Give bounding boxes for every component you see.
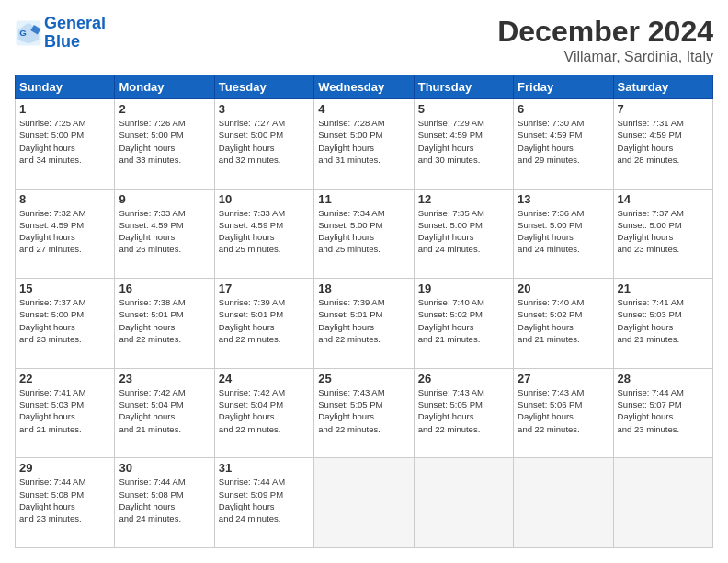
calendar-week-row: 8 Sunrise: 7:32 AM Sunset: 4:59 PM Dayli…	[16, 189, 713, 279]
day-number: 19	[418, 282, 509, 295]
day-number: 22	[19, 372, 110, 385]
table-row: 3 Sunrise: 7:27 AM Sunset: 5:00 PM Dayli…	[214, 99, 313, 190]
table-row: 31 Sunrise: 7:44 AM Sunset: 5:09 PM Dayl…	[214, 458, 313, 548]
day-number: 16	[119, 282, 210, 295]
location-title: Villamar, Sardinia, Italy	[497, 49, 713, 65]
col-thursday: Thursday	[414, 75, 513, 99]
day-info: Sunrise: 7:44 AM Sunset: 5:08 PM Dayligh…	[119, 476, 210, 524]
day-number: 4	[318, 102, 409, 116]
table-row: 4 Sunrise: 7:28 AM Sunset: 5:00 PM Dayli…	[314, 99, 414, 190]
page: G General Blue December 2024 Villamar, S…	[0, 0, 728, 563]
table-row: 6 Sunrise: 7:30 AM Sunset: 4:59 PM Dayli…	[514, 99, 613, 190]
day-number: 24	[219, 372, 310, 385]
day-number: 10	[219, 192, 310, 206]
day-number: 13	[518, 192, 609, 206]
day-number: 20	[518, 282, 609, 295]
day-number: 12	[418, 192, 509, 206]
day-number: 6	[518, 102, 609, 116]
day-info: Sunrise: 7:30 AM Sunset: 4:59 PM Dayligh…	[518, 117, 609, 166]
table-row: 27 Sunrise: 7:43 AM Sunset: 5:06 PM Dayl…	[514, 368, 613, 458]
day-info: Sunrise: 7:33 AM Sunset: 4:59 PM Dayligh…	[219, 207, 310, 256]
table-row: 15 Sunrise: 7:37 AM Sunset: 5:00 PM Dayl…	[16, 279, 115, 369]
day-number: 1	[19, 102, 110, 116]
table-row: 19 Sunrise: 7:40 AM Sunset: 5:02 PM Dayl…	[414, 279, 513, 369]
day-number: 15	[19, 282, 110, 295]
day-number: 28	[618, 372, 709, 385]
logo-line1: General	[44, 14, 106, 32]
day-info: Sunrise: 7:27 AM Sunset: 5:00 PM Dayligh…	[219, 117, 310, 166]
table-row: 26 Sunrise: 7:43 AM Sunset: 5:05 PM Dayl…	[414, 368, 513, 458]
table-row	[314, 458, 414, 548]
day-number: 17	[219, 282, 310, 295]
day-info: Sunrise: 7:42 AM Sunset: 5:04 PM Dayligh…	[119, 386, 210, 435]
table-row: 20 Sunrise: 7:40 AM Sunset: 5:02 PM Dayl…	[514, 279, 613, 369]
col-wednesday: Wednesday	[314, 75, 414, 99]
table-row: 7 Sunrise: 7:31 AM Sunset: 4:59 PM Dayli…	[613, 99, 712, 190]
col-monday: Monday	[115, 75, 214, 99]
day-number: 2	[119, 102, 210, 116]
col-tuesday: Tuesday	[214, 75, 313, 99]
day-info: Sunrise: 7:43 AM Sunset: 5:05 PM Dayligh…	[318, 386, 409, 435]
day-info: Sunrise: 7:41 AM Sunset: 5:03 PM Dayligh…	[618, 296, 709, 345]
svg-text:G: G	[19, 28, 27, 38]
day-info: Sunrise: 7:36 AM Sunset: 5:00 PM Dayligh…	[518, 207, 609, 256]
day-number: 3	[219, 102, 310, 116]
table-row: 16 Sunrise: 7:38 AM Sunset: 5:01 PM Dayl…	[115, 279, 214, 369]
day-info: Sunrise: 7:32 AM Sunset: 4:59 PM Dayligh…	[19, 207, 110, 256]
day-info: Sunrise: 7:26 AM Sunset: 5:00 PM Dayligh…	[119, 117, 210, 166]
day-info: Sunrise: 7:43 AM Sunset: 5:06 PM Dayligh…	[518, 386, 609, 435]
day-number: 9	[119, 192, 210, 206]
day-info: Sunrise: 7:37 AM Sunset: 5:00 PM Dayligh…	[618, 207, 709, 256]
table-row	[613, 458, 712, 548]
day-info: Sunrise: 7:44 AM Sunset: 5:07 PM Dayligh…	[618, 386, 709, 435]
table-row: 13 Sunrise: 7:36 AM Sunset: 5:00 PM Dayl…	[514, 189, 613, 279]
day-info: Sunrise: 7:25 AM Sunset: 5:00 PM Dayligh…	[19, 117, 110, 166]
day-info: Sunrise: 7:37 AM Sunset: 5:00 PM Dayligh…	[19, 296, 110, 345]
table-row: 10 Sunrise: 7:33 AM Sunset: 4:59 PM Dayl…	[214, 189, 313, 279]
table-row: 24 Sunrise: 7:42 AM Sunset: 5:04 PM Dayl…	[214, 368, 313, 458]
calendar-week-row: 1 Sunrise: 7:25 AM Sunset: 5:00 PM Dayli…	[16, 99, 713, 190]
day-info: Sunrise: 7:34 AM Sunset: 5:00 PM Dayligh…	[318, 207, 409, 256]
table-row: 9 Sunrise: 7:33 AM Sunset: 4:59 PM Dayli…	[115, 189, 214, 279]
day-number: 5	[418, 102, 509, 116]
logo-text: General Blue	[44, 15, 106, 52]
table-row: 18 Sunrise: 7:39 AM Sunset: 5:01 PM Dayl…	[314, 279, 414, 369]
logo: G General Blue	[15, 15, 106, 52]
table-row: 12 Sunrise: 7:35 AM Sunset: 5:00 PM Dayl…	[414, 189, 513, 279]
table-row	[414, 458, 513, 548]
calendar-week-row: 22 Sunrise: 7:41 AM Sunset: 5:03 PM Dayl…	[16, 368, 713, 458]
col-saturday: Saturday	[613, 75, 712, 99]
table-row: 5 Sunrise: 7:29 AM Sunset: 4:59 PM Dayli…	[414, 99, 513, 190]
table-row: 17 Sunrise: 7:39 AM Sunset: 5:01 PM Dayl…	[214, 279, 313, 369]
table-row: 22 Sunrise: 7:41 AM Sunset: 5:03 PM Dayl…	[16, 368, 115, 458]
day-number: 8	[19, 192, 110, 206]
table-row: 2 Sunrise: 7:26 AM Sunset: 5:00 PM Dayli…	[115, 99, 214, 190]
day-number: 11	[318, 192, 409, 206]
day-info: Sunrise: 7:29 AM Sunset: 4:59 PM Dayligh…	[418, 117, 509, 166]
day-number: 31	[219, 461, 310, 475]
day-number: 21	[618, 282, 709, 295]
day-info: Sunrise: 7:31 AM Sunset: 4:59 PM Dayligh…	[618, 117, 709, 166]
table-row: 11 Sunrise: 7:34 AM Sunset: 5:00 PM Dayl…	[314, 189, 414, 279]
day-number: 7	[618, 102, 709, 116]
table-row: 29 Sunrise: 7:44 AM Sunset: 5:08 PM Dayl…	[16, 458, 115, 548]
calendar-week-row: 15 Sunrise: 7:37 AM Sunset: 5:00 PM Dayl…	[16, 279, 713, 369]
day-number: 27	[518, 372, 609, 385]
table-row: 23 Sunrise: 7:42 AM Sunset: 5:04 PM Dayl…	[115, 368, 214, 458]
day-info: Sunrise: 7:44 AM Sunset: 5:09 PM Dayligh…	[219, 476, 310, 524]
day-number: 23	[119, 372, 210, 385]
table-row: 1 Sunrise: 7:25 AM Sunset: 5:00 PM Dayli…	[16, 99, 115, 190]
day-number: 18	[318, 282, 409, 295]
day-number: 29	[19, 461, 110, 475]
calendar-header-row: Sunday Monday Tuesday Wednesday Thursday…	[16, 75, 713, 99]
calendar-week-row: 29 Sunrise: 7:44 AM Sunset: 5:08 PM Dayl…	[16, 458, 713, 548]
table-row: 28 Sunrise: 7:44 AM Sunset: 5:07 PM Dayl…	[613, 368, 712, 458]
day-info: Sunrise: 7:39 AM Sunset: 5:01 PM Dayligh…	[318, 296, 409, 345]
col-sunday: Sunday	[16, 75, 115, 99]
calendar: Sunday Monday Tuesday Wednesday Thursday…	[15, 75, 713, 548]
day-number: 14	[618, 192, 709, 206]
table-row: 25 Sunrise: 7:43 AM Sunset: 5:05 PM Dayl…	[314, 368, 414, 458]
day-info: Sunrise: 7:40 AM Sunset: 5:02 PM Dayligh…	[518, 296, 609, 345]
table-row: 30 Sunrise: 7:44 AM Sunset: 5:08 PM Dayl…	[115, 458, 214, 548]
logo-icon: G	[15, 19, 42, 47]
